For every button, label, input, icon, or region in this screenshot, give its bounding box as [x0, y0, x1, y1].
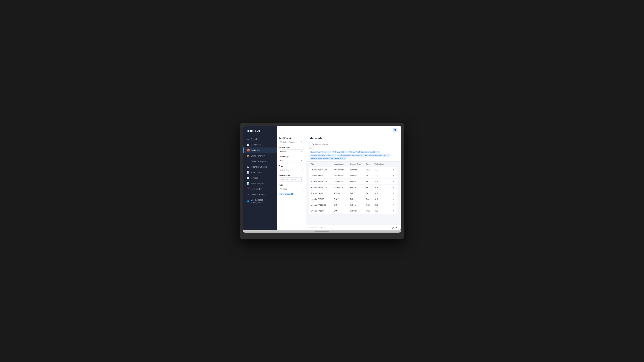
chip-remove-icon[interactable]: ✕: [361, 154, 362, 156]
chip-remove-icon[interactable]: ✕: [329, 151, 330, 153]
tags-field[interactable]: [283, 188, 302, 190]
sidebar-item-quotations[interactable]: 📋Quotations: [243, 142, 277, 147]
select-property-field[interactable]: [283, 141, 300, 143]
sidebar-item-invoices[interactable]: 🧾Invoices: [243, 175, 277, 181]
cell-general_type: Polymer: [349, 196, 365, 202]
expand-button[interactable]: ▼: [392, 198, 394, 200]
sidebar-item-account-settings[interactable]: ⚙Account Settings: [243, 192, 277, 197]
cell-title: Ultrasint PA6 MF: [310, 196, 332, 202]
chevron-down-icon3: ▼: [301, 169, 302, 171]
filter-chip-tensile-modulus[interactable]: Tensile Modulus XY: Min: 1305✏✕: [336, 154, 364, 157]
chip-remove-icon[interactable]: ✕: [378, 151, 379, 153]
quotations-icon: 📋: [246, 143, 249, 146]
chip-remove-icon[interactable]: ✕: [344, 158, 346, 159]
expand-button[interactable]: ▼: [392, 192, 394, 194]
expand-button[interactable]: ▼: [392, 174, 394, 177]
search-and-filters: 🔍: [310, 142, 398, 147]
cell-manufacturer: AM Polymers: [332, 185, 349, 190]
expand-button[interactable]: ▼: [392, 169, 394, 171]
chip-remove-icon[interactable]: ✕: [388, 154, 389, 156]
tags-input-wrap[interactable]: 🔍: [279, 187, 304, 191]
sidebar-item-help-center[interactable]: ❓Help Center: [243, 186, 277, 192]
filter-chip-tensile-strength-xy[interactable]: (Ultimate) Tensile Strength XY: Min: 30✏…: [348, 151, 380, 153]
user-avatar[interactable]: 👤: [393, 128, 398, 132]
sidebar-label-help-center: Help Center: [251, 188, 262, 190]
more-button[interactable]: ⋮: [389, 198, 392, 200]
expand-button[interactable]: ▼: [392, 180, 394, 183]
sales-analytics-icon: 📊: [246, 182, 249, 185]
sidebar-item-sales-analytics[interactable]: 📊Sales Analytics: [243, 181, 277, 186]
more-button[interactable]: ⋮: [389, 174, 392, 177]
cell-type: PA12: [365, 167, 373, 173]
chip-edit-icon[interactable]: ✏: [332, 154, 333, 156]
language-label: English: [390, 227, 396, 229]
cell-actions: ⋮▼: [388, 179, 398, 185]
col-header-manufacturer: Manufacturer: [332, 162, 349, 167]
cell-manufacturer: AM Polymers: [332, 167, 349, 173]
fda-approval-chip[interactable]: FDA-Approval 1: [279, 193, 294, 195]
manufacturer-placeholder: Select Manufacturer: [280, 178, 296, 180]
cell-technology: SLS: [373, 196, 388, 202]
sidebar-label-your-orders: Your Orders: [251, 171, 262, 174]
more-button[interactable]: ⋮: [389, 180, 392, 183]
sidebar-item-overview[interactable]: ⊙Overview: [243, 136, 277, 142]
cell-manufacturer: AM Polymers: [332, 173, 349, 179]
cell-title: Rolasint PA11-01 BK: [310, 185, 332, 190]
cell-general_type: Polymer: [349, 185, 365, 190]
language-selector[interactable]: English ▼: [390, 227, 398, 229]
hamburger-icon[interactable]: ☰: [280, 129, 282, 132]
more-button[interactable]: ⋮: [389, 210, 392, 212]
chip-remove-icon[interactable]: ✕: [345, 151, 346, 153]
cell-type: PA11: [365, 190, 373, 196]
chip-edit-icon[interactable]: ✏: [376, 151, 377, 153]
general-type-select[interactable]: Polymer ▼: [279, 149, 304, 153]
expand-button[interactable]: ▼: [392, 204, 394, 206]
technology-select[interactable]: SLS ▼: [279, 159, 304, 163]
filter-chip-hdt-b[interactable]: HDT B (80.45 MPa): Min: 110✏✕: [364, 154, 390, 157]
sidebar-item-user-access[interactable]: 👥User&Access Management: [243, 197, 277, 205]
type-select[interactable]: Select Type ▼: [279, 168, 304, 172]
sidebar-item-digital-inventory[interactable]: 📦Digital Inventory: [243, 153, 277, 159]
expand-button[interactable]: ▼: [392, 210, 394, 212]
sidebar-item-materials[interactable]: 🧱Materials: [243, 147, 277, 153]
cell-title: Ultrasint PA11 CF: [310, 208, 332, 214]
sidebar-item-internal-part-store[interactable]: 🏪Internal Part Store: [243, 164, 277, 170]
technology-label: Technology: [279, 156, 304, 158]
filter-chip-technology[interactable]: Technology: SLS✕: [332, 151, 348, 153]
more-button[interactable]: ⋮: [389, 192, 392, 195]
sidebar-item-sales-catalogue[interactable]: 🗂Sales Catalogue: [243, 159, 277, 164]
col-header-technology: Technology: [373, 162, 388, 167]
sidebar-label-sales-catalogue: Sales Catalogue: [251, 160, 266, 163]
chip-edit-icon[interactable]: ✏: [359, 154, 360, 156]
table-container: TitleManufacturerGeneral TypeTypeTechnol…: [306, 162, 401, 225]
table-header: TitleManufacturerGeneral TypeTypeTechnol…: [310, 162, 398, 167]
chip-edit-icon[interactable]: ✏: [327, 151, 328, 153]
cell-title: Rolasint PBT-01 GR: [310, 167, 332, 173]
filter-chip-general-type[interactable]: General Type: Polymer✏✕: [310, 151, 332, 153]
cell-actions: ⋮▼: [388, 208, 398, 214]
chip-edit-icon[interactable]: ✏: [342, 158, 344, 159]
help-center-icon: ❓: [246, 188, 249, 190]
more-button[interactable]: ⋮: [389, 168, 392, 171]
search-input[interactable]: [315, 143, 341, 145]
chip-text: General Type: Polymer: [311, 151, 326, 153]
chip-edit-icon[interactable]: ✏: [386, 154, 387, 156]
cell-type: PA6: [365, 196, 373, 202]
sidebar-item-your-orders[interactable]: 📝Your Orders: [243, 170, 277, 175]
cell-general_type: Polymer: [349, 167, 365, 173]
sidebar-label-quotations: Quotations: [251, 144, 260, 146]
filter-panel: Select Property 🔍 ⊞ General Type Polymer…: [277, 134, 306, 230]
manufacturer-select[interactable]: Select Manufacturer ▼: [279, 177, 304, 182]
filter-tags: Tags 🔍 FDA-Approval 1: [279, 184, 304, 195]
filter-chip-elongation-break[interactable]: Elongation at Break XY: Min: 5✏✕: [310, 154, 336, 157]
materials-icon: 🧱: [247, 149, 250, 151]
search-bar[interactable]: 🔍: [310, 142, 343, 146]
filter-chip-tensile-strength-z[interactable]: (Ultimate) Tensile Strength Z: Min: 38 M…: [310, 157, 347, 160]
chip-remove-icon[interactable]: ✕: [334, 154, 335, 156]
table-row: Ultrasint PA11 ESDBASFPolymerPA11SLS⋮▼: [310, 202, 398, 208]
more-button[interactable]: ⋮: [389, 204, 392, 206]
expand-button[interactable]: ▼: [392, 186, 394, 189]
more-button[interactable]: ⋮: [389, 186, 392, 189]
user-access-icon: 👥: [246, 200, 249, 202]
select-property-input[interactable]: 🔍 ⊞: [279, 140, 304, 144]
